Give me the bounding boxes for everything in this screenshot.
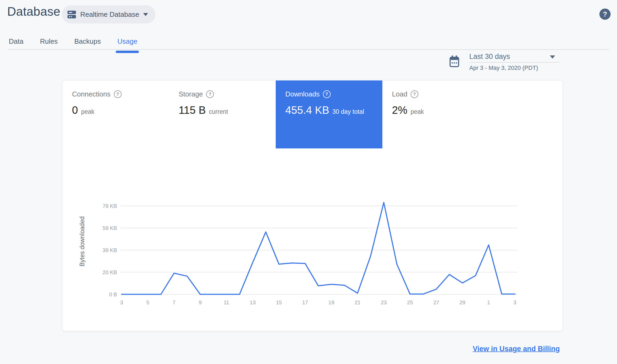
y-axis-title: Bytes downloaded — [79, 216, 86, 266]
x-axis-tick-label: 17 — [302, 300, 308, 305]
database-selector-label: Realtime Database — [80, 10, 139, 19]
y-axis-tick-label: 20 KB — [103, 269, 117, 275]
x-axis-tick-label: 13 — [250, 300, 256, 305]
date-range-chevron-down-icon[interactable] — [550, 55, 555, 59]
x-axis-tick-label: 7 — [173, 300, 175, 305]
x-axis-tick-label: 9 — [199, 300, 202, 305]
help-button[interactable]: ? — [599, 9, 611, 20]
date-range-preset[interactable]: Last 30 days — [469, 52, 510, 61]
x-axis-tick-label: 3 — [513, 300, 516, 305]
view-usage-billing-link[interactable]: View in Usage and Billing — [473, 345, 560, 353]
x-axis-tick-label: 23 — [381, 300, 387, 305]
x-axis-tick-label: 27 — [433, 300, 439, 305]
x-axis-tick-label: 3 — [120, 300, 123, 305]
usage-line-chart: 0 B20 KB39 KB59 KB78 KB35791113151719212… — [62, 80, 563, 331]
tab-usage-label: Usage — [117, 37, 137, 45]
y-axis-tick-label: 59 KB — [103, 225, 117, 231]
x-axis-tick-label: 15 — [276, 300, 282, 305]
x-axis-tick-label: 1 — [487, 300, 490, 305]
page-title: Database — [7, 4, 60, 19]
x-axis-tick-label: 25 — [407, 300, 413, 305]
database-server-icon — [67, 10, 76, 19]
usage-card: Connections ? 0 peak Storage ? 115 B cur… — [62, 80, 563, 331]
x-axis-tick-label: 21 — [355, 300, 360, 305]
x-axis-tick-label: 11 — [224, 300, 229, 305]
database-selector-dropdown[interactable]: Realtime Database — [62, 5, 155, 23]
tab-bar-divider — [8, 49, 609, 50]
calendar-icon — [449, 55, 459, 69]
date-range-underline — [469, 62, 560, 63]
x-axis-tick-label: 29 — [459, 300, 465, 305]
active-tab-indicator — [116, 51, 139, 53]
date-range-detail: Apr 3 - May 3, 2020 (PDT) — [469, 64, 538, 71]
y-axis-tick-label: 78 KB — [103, 203, 117, 209]
chart-line — [122, 203, 515, 294]
help-icon: ? — [603, 10, 607, 18]
y-axis-tick-label: 0 B — [109, 292, 117, 297]
chevron-down-icon — [143, 13, 148, 16]
y-axis-tick-label: 39 KB — [103, 247, 117, 253]
x-axis-tick-label: 19 — [328, 300, 334, 305]
x-axis-tick-label: 5 — [146, 300, 149, 305]
